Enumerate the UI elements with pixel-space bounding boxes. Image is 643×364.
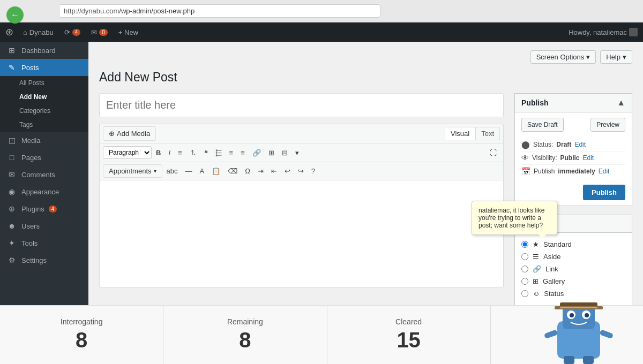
strikethrough-button[interactable]: abc — [163, 165, 181, 177]
topbar-updates[interactable]: ⟳ 4 — [59, 22, 86, 42]
text-tab[interactable]: Text — [475, 127, 500, 140]
comments-icon: ✉ — [6, 170, 17, 179]
redo-button[interactable]: ↪ — [295, 165, 307, 177]
link-icon: 🔗 — [533, 265, 541, 273]
publish-time-row: 📅 Publish immediately Edit — [521, 165, 625, 178]
stat-col-remaining: Remaining 8 — [163, 306, 327, 364]
preview-button[interactable]: Preview — [590, 118, 625, 132]
sidebar-item-dashboard[interactable]: ⊞ Dashboard — [0, 42, 88, 59]
page-title: Add New Post — [99, 70, 632, 85]
sidebar-sub-tags[interactable]: Tags — [0, 118, 88, 132]
stat-label-interrogating: Interrogating — [61, 317, 103, 326]
format-aside-radio[interactable] — [521, 253, 528, 260]
sidebar-sub-categories[interactable]: Categories — [0, 104, 88, 118]
grid-button[interactable]: ⊟ — [279, 147, 291, 159]
stat-value-interrogating: 8 — [76, 328, 87, 352]
sidebar-item-users[interactable]: ☻ Users — [0, 217, 88, 234]
paragraph-select[interactable]: Paragraph — [103, 146, 152, 159]
topbar-comments[interactable]: ✉ 0 — [86, 22, 113, 42]
sidebar-sub-add-new[interactable]: Add New — [0, 90, 88, 104]
format-option-gallery: ⊞ Gallery — [521, 275, 625, 287]
help-button[interactable]: Help ▾ — [600, 50, 632, 64]
add-media-button[interactable]: ⊕ Add Media — [103, 126, 156, 141]
topbar-howdy[interactable]: Howdy, nataliemac — [569, 28, 627, 36]
special-char-button[interactable]: Ω — [242, 165, 253, 177]
appointments-button[interactable]: Appointments ▾ — [103, 164, 162, 178]
format-gallery-radio[interactable] — [521, 278, 528, 285]
status-row: ⬤ Status: Draft Edit — [521, 138, 625, 151]
sidebar-item-plugins[interactable]: ⊕ Plugins 4 — [0, 200, 88, 217]
align-left-button[interactable]: ⬱ — [212, 146, 225, 159]
url-domain: http://dynabu.com — [64, 7, 119, 15]
sidebar-item-appearance[interactable]: ◉ Appearance — [0, 183, 88, 200]
sidebar-item-settings[interactable]: ⚙ Settings — [0, 252, 88, 269]
align-right-button[interactable]: ≡ — [237, 147, 248, 159]
stat-col-cleared: Cleared 15 — [327, 306, 491, 364]
visual-tab[interactable]: Visual — [445, 127, 475, 140]
unordered-list-button[interactable]: ≡ — [175, 147, 185, 159]
publish-box: Publish ▲ Save Draft Preview ⬤ — [514, 93, 632, 206]
browser-chrome: http://dynabu.com /wp-admin/post-new.php — [0, 0, 643, 22]
plugins-icon: ⊕ — [6, 204, 17, 213]
post-title-input[interactable] — [99, 93, 504, 117]
outdent-button[interactable]: ⇤ — [268, 165, 280, 177]
editor-wrap: ⊕ Add Media Visual Text Paragraph — [99, 93, 632, 306]
clear-format-button[interactable]: ⌫ — [225, 165, 241, 177]
text-color-button[interactable]: A — [196, 165, 207, 177]
sidebar-item-media[interactable]: ◫ Media — [0, 132, 88, 149]
link-button[interactable]: 🔗 — [249, 147, 264, 159]
editor-body[interactable] — [99, 180, 504, 287]
screen-options-button[interactable]: Screen Options ▾ — [530, 50, 596, 64]
stat-label-cleared: Cleared — [395, 317, 422, 326]
publish-button[interactable]: Publish — [583, 185, 625, 200]
comments-icon: ✉ — [91, 28, 97, 36]
sidebar-item-comments[interactable]: ✉ Comments — [0, 166, 88, 183]
ordered-list-button[interactable]: ⒈ — [186, 146, 200, 160]
sidebar-item-pages[interactable]: □ Pages — [0, 149, 88, 166]
wp-logo-icon[interactable]: ⊛ — [5, 26, 13, 38]
save-draft-button[interactable]: Save Draft — [521, 118, 564, 132]
format-box-body: ★ Standard ☰ Aside 🔗 Link — [515, 233, 632, 305]
sidebar-item-tools[interactable]: ✦ Tools — [0, 234, 88, 252]
format-link-radio[interactable] — [521, 266, 528, 272]
hr-button[interactable]: — — [182, 165, 195, 177]
more-button[interactable]: ▾ — [292, 147, 302, 159]
editor-toolbar: ⊕ Add Media Visual Text Paragraph — [99, 124, 504, 180]
paste-as-text-button[interactable]: 📋 — [208, 165, 223, 177]
avatar — [629, 28, 638, 36]
url-bar[interactable]: http://dynabu.com /wp-admin/post-new.php — [59, 4, 380, 18]
visual-text-tabs: Visual Text — [445, 127, 500, 140]
bold-button[interactable]: B — [153, 147, 164, 159]
media-bar: ⊕ Add Media Visual Text — [100, 124, 503, 143]
topbar-new[interactable]: + New — [113, 22, 144, 42]
right-sidebar: Publish ▲ Save Draft Preview ⬤ — [514, 93, 632, 306]
table-button[interactable]: ⊞ — [265, 147, 278, 159]
format-standard-radio[interactable] — [521, 241, 528, 248]
sidebar-item-posts[interactable]: ✎ Posts — [0, 59, 88, 76]
indent-button[interactable]: ⇥ — [255, 165, 267, 177]
format-status-radio[interactable] — [521, 290, 528, 297]
help-editor-button[interactable]: ? — [308, 165, 318, 177]
fullscreen-button[interactable]: ⛶ — [487, 147, 500, 159]
media-icon: ◫ — [6, 136, 17, 145]
align-center-button[interactable]: ≡ — [226, 147, 237, 159]
blockquote-button[interactable]: ❝ — [201, 147, 211, 159]
undo-button[interactable]: ↩ — [281, 165, 294, 177]
sidebar-sub-all-posts[interactable]: All Posts — [0, 76, 88, 90]
italic-button[interactable]: I — [165, 147, 174, 159]
dashboard-icon: ⊞ — [6, 46, 17, 55]
publish-time-edit-link[interactable]: Edit — [599, 168, 610, 175]
toolbar-row-1: Paragraph B I ≡ ⒈ ❝ ⬱ ≡ ≡ 🔗 ⊞ — [100, 143, 503, 162]
users-icon: ☻ — [6, 222, 17, 230]
publish-box-title: Publish — [521, 98, 549, 107]
status-edit-link[interactable]: Edit — [574, 141, 586, 148]
editor-main: ⊕ Add Media Visual Text Paragraph — [99, 93, 504, 306]
screen-options-bar: Screen Options ▾ Help ▾ — [99, 50, 632, 64]
publish-box-toggle-icon[interactable]: ▲ — [617, 98, 625, 108]
status-icon: ⬤ — [521, 140, 530, 149]
publish-meta: ⬤ Status: Draft Edit 👁 Visibility: Publi… — [521, 138, 625, 178]
topbar-site-name[interactable]: ⌂ Dynabu — [18, 22, 59, 42]
visibility-edit-link[interactable]: Edit — [582, 154, 594, 162]
browser-back-button[interactable]: ← — [6, 6, 24, 24]
standard-icon: ★ — [533, 240, 539, 248]
